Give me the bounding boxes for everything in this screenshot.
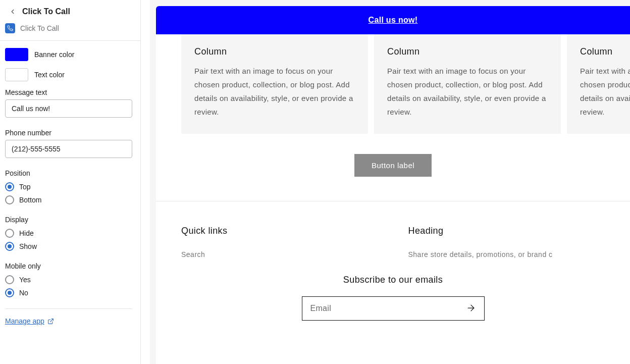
radio-icon — [5, 288, 14, 297]
column-text: Pair text with an image to focus on your… — [580, 64, 630, 119]
app-name: Click To Call — [20, 24, 59, 32]
radio-icon — [5, 182, 14, 191]
panel-resizer[interactable] — [141, 0, 150, 364]
back-button[interactable] — [8, 7, 17, 16]
divider — [5, 308, 132, 309]
position-label: Position — [5, 169, 135, 177]
call-banner[interactable]: Call us now! — [156, 6, 630, 34]
email-placeholder: Email — [310, 304, 462, 313]
radio-label: No — [19, 289, 28, 297]
arrow-right-icon — [466, 303, 476, 315]
radio-icon — [5, 242, 14, 251]
phone-number-input[interactable] — [5, 140, 132, 158]
banner-color-label: Banner color — [34, 50, 74, 59]
phone-number-label: Phone number — [5, 129, 135, 137]
radio-icon — [5, 275, 14, 284]
footer-link-search[interactable]: Search — [181, 250, 378, 258]
column-title: Column — [580, 46, 630, 57]
radio-icon — [5, 229, 14, 238]
banner-text: Call us now! — [369, 16, 418, 25]
footer-heading: Heading — [408, 226, 605, 236]
footer-section: Quick links Search Heading Share store d… — [156, 201, 630, 321]
mobile-no[interactable]: No — [5, 286, 135, 299]
position-radio-group: Top Bottom — [5, 180, 135, 206]
settings-sidebar: Click To Call Click To Call Banner color… — [0, 0, 141, 364]
display-hide[interactable]: Hide — [5, 227, 135, 240]
column-text: Pair text with an image to focus on your… — [194, 64, 355, 119]
external-link-icon — [47, 318, 54, 325]
banner-color-swatch[interactable] — [5, 48, 28, 61]
display-label: Display — [5, 216, 135, 224]
footer-heading-text: Share store details, promotions, or bran… — [408, 250, 605, 258]
radio-label: Yes — [19, 276, 31, 284]
display-show[interactable]: Show — [5, 240, 135, 253]
email-input[interactable]: Email — [302, 296, 485, 321]
preview-pane: Call us now! Column Pair text with an im… — [150, 0, 630, 364]
columns-section: Column Pair text with an image to focus … — [156, 34, 630, 134]
footer-quick-links: Quick links Search — [181, 226, 378, 258]
manage-app-label: Manage app — [5, 317, 44, 325]
button-label-button[interactable]: Button label — [354, 154, 432, 177]
column-card: Column Pair text with an image to focus … — [567, 34, 630, 134]
preview-frame: Call us now! Column Pair text with an im… — [156, 6, 630, 364]
column-title: Column — [194, 46, 355, 57]
text-color-swatch[interactable] — [5, 68, 28, 81]
position-top[interactable]: Top — [5, 180, 135, 193]
footer-heading-col: Heading Share store details, promotions,… — [408, 226, 605, 258]
radio-label: Bottom — [19, 196, 41, 204]
mobile-yes[interactable]: Yes — [5, 273, 135, 286]
position-bottom[interactable]: Bottom — [5, 193, 135, 206]
radio-label: Top — [19, 183, 31, 191]
text-color-label: Text color — [34, 71, 65, 79]
svg-line-0 — [50, 319, 53, 322]
column-card: Column Pair text with an image to focus … — [181, 34, 368, 134]
mobile-only-label: Mobile only — [5, 262, 135, 270]
mobile-radio-group: Yes No — [5, 273, 135, 299]
app-identifier[interactable]: Click To Call — [0, 21, 140, 40]
manage-app-link[interactable]: Manage app — [5, 317, 54, 325]
message-text-input[interactable] — [5, 99, 132, 118]
display-radio-group: Hide Show — [5, 227, 135, 253]
column-text: Pair text with an image to focus on your… — [387, 64, 548, 119]
quick-links-heading: Quick links — [181, 226, 378, 236]
radio-icon — [5, 195, 14, 204]
column-card: Column Pair text with an image to focus … — [374, 34, 561, 134]
message-text-label: Message text — [5, 88, 135, 96]
sidebar-title: Click To Call — [22, 7, 70, 16]
subscribe-heading: Subscribe to our emails — [181, 275, 605, 285]
phone-icon — [5, 23, 15, 33]
radio-label: Hide — [19, 229, 34, 237]
column-title: Column — [387, 46, 548, 57]
radio-label: Show — [19, 242, 37, 250]
